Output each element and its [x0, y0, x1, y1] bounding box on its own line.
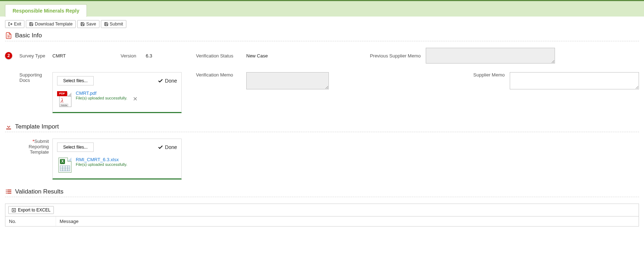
file-upload-success-msg: File(s) uploaded successfully. — [76, 162, 127, 167]
label-submit-reporting-template: Submit Reporting Template — [12, 139, 52, 155]
file-entry: PDF λ Adobe CMRT.pdf File(s) uploaded su… — [53, 89, 181, 112]
file-name-xlsx[interactable]: RMI_CMRT_6.3.xlsx — [76, 157, 127, 162]
svg-rect-8 — [6, 193, 7, 194]
value-verification-status: New Case — [246, 53, 368, 59]
col-header-no: No. — [5, 216, 56, 226]
svg-rect-5 — [7, 190, 11, 190]
tab-responsible-minerals-reply[interactable]: Responsible Minerals Reply — [5, 4, 87, 17]
verification-memo-field — [246, 72, 329, 89]
label-supporting-docs: Supporting Docs — [19, 72, 52, 83]
exit-icon — [8, 22, 13, 26]
submit-button[interactable]: Submit — [101, 20, 126, 28]
export-excel-label: Export to EXCEL — [18, 208, 51, 213]
save-label: Save — [86, 22, 96, 27]
col-header-message: Message — [56, 216, 639, 226]
supplier-memo-field[interactable] — [510, 72, 639, 89]
label-verification-status: Verification Status — [196, 53, 246, 59]
file-entry: X RMI_CMRT_6.3.xlsx File(s) uploaded suc… — [53, 155, 181, 178]
check-icon — [158, 78, 163, 84]
section-validation-results-header: Validation Results — [0, 188, 644, 195]
save-disk-icon — [104, 22, 108, 26]
divider — [5, 132, 639, 132]
pdf-file-icon: PDF λ Adobe — [57, 90, 72, 107]
validation-results-panel: Export to EXCEL No. Message — [5, 204, 639, 227]
excel-file-icon: X — [57, 157, 72, 173]
section-title-template-import: Template Import — [15, 123, 59, 130]
done-label: Done — [165, 144, 177, 150]
svg-rect-3 — [6, 129, 11, 130]
value-version: 6.3 — [146, 53, 196, 59]
toolbar: Exit Download Template Save Submit — [0, 17, 644, 32]
reporting-template-upload: Select files... Done X RMI_CMRT_6.3.xlsx… — [52, 139, 182, 180]
tab-bar: Responsible Minerals Reply — [0, 0, 644, 17]
svg-rect-9 — [7, 193, 11, 194]
results-table-header: No. Message — [5, 216, 639, 226]
label-survey-type: Survey Type — [19, 53, 52, 59]
supporting-docs-upload: Select files... Done PDF λ Adobe CMRT.pd… — [52, 72, 182, 113]
file-upload-success-msg: File(s) uploaded successfully. — [76, 96, 127, 100]
file-name-pdf[interactable]: CMRT.pdf — [76, 90, 127, 96]
svg-rect-7 — [7, 191, 11, 192]
label-previous-supplier-memo: Previous Supplier Memo — [368, 53, 426, 59]
save-disk-icon — [29, 22, 33, 26]
value-survey-type: CMRT — [52, 53, 121, 59]
save-button[interactable]: Save — [77, 20, 99, 28]
select-files-button[interactable]: Select files... — [57, 143, 94, 152]
svg-rect-4 — [6, 190, 7, 190]
select-files-button[interactable]: Select files... — [57, 76, 94, 85]
label-verification-memo: Verification Memo — [196, 72, 246, 78]
exit-button[interactable]: Exit — [5, 20, 24, 28]
upload-status-done: Done — [158, 144, 177, 150]
check-icon — [158, 144, 163, 150]
import-icon — [5, 123, 12, 130]
label-supplier-memo: Supplier Memo — [452, 72, 510, 78]
label-version: Version — [121, 53, 146, 59]
step-badge-2: 2 — [5, 52, 12, 59]
divider — [5, 41, 639, 41]
save-disk-icon — [80, 22, 85, 26]
excel-export-icon — [11, 208, 16, 213]
submit-label: Submit — [110, 22, 123, 27]
section-template-import-header: Template Import — [0, 123, 644, 130]
section-basic-info-header: Basic Info — [0, 32, 644, 39]
download-template-button[interactable]: Download Template — [26, 20, 76, 28]
divider — [5, 197, 639, 197]
svg-rect-6 — [6, 191, 7, 192]
section-title-basic-info: Basic Info — [15, 32, 42, 39]
done-label: Done — [165, 78, 177, 84]
list-icon — [5, 188, 12, 195]
export-excel-button[interactable]: Export to EXCEL — [8, 206, 54, 214]
download-template-label: Download Template — [35, 22, 73, 27]
remove-file-icon[interactable]: ✕ — [133, 95, 137, 102]
section-title-validation-results: Validation Results — [15, 188, 64, 195]
upload-status-done: Done — [158, 78, 177, 84]
exit-label: Exit — [14, 22, 21, 27]
previous-supplier-memo-field — [426, 48, 555, 64]
document-icon — [5, 32, 12, 39]
